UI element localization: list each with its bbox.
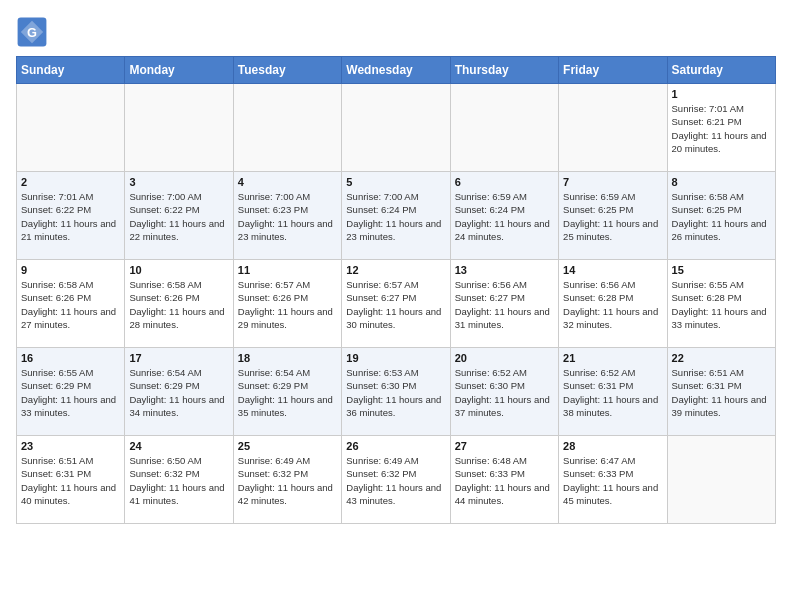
day-number: 26 <box>346 440 445 452</box>
calendar-cell: 5Sunrise: 7:00 AM Sunset: 6:24 PM Daylig… <box>342 172 450 260</box>
calendar-cell <box>342 84 450 172</box>
day-info: Sunrise: 6:55 AM Sunset: 6:28 PM Dayligh… <box>672 278 771 331</box>
day-info: Sunrise: 6:49 AM Sunset: 6:32 PM Dayligh… <box>346 454 445 507</box>
day-number: 15 <box>672 264 771 276</box>
calendar-cell <box>559 84 667 172</box>
calendar-cell: 19Sunrise: 6:53 AM Sunset: 6:30 PM Dayli… <box>342 348 450 436</box>
calendar-cell: 24Sunrise: 6:50 AM Sunset: 6:32 PM Dayli… <box>125 436 233 524</box>
day-info: Sunrise: 6:51 AM Sunset: 6:31 PM Dayligh… <box>21 454 120 507</box>
day-info: Sunrise: 6:57 AM Sunset: 6:26 PM Dayligh… <box>238 278 337 331</box>
calendar-cell <box>17 84 125 172</box>
day-info: Sunrise: 7:01 AM Sunset: 6:21 PM Dayligh… <box>672 102 771 155</box>
day-info: Sunrise: 6:52 AM Sunset: 6:31 PM Dayligh… <box>563 366 662 419</box>
calendar-cell <box>125 84 233 172</box>
day-info: Sunrise: 6:52 AM Sunset: 6:30 PM Dayligh… <box>455 366 554 419</box>
day-number: 12 <box>346 264 445 276</box>
calendar-cell: 12Sunrise: 6:57 AM Sunset: 6:27 PM Dayli… <box>342 260 450 348</box>
day-number: 20 <box>455 352 554 364</box>
day-number: 5 <box>346 176 445 188</box>
day-info: Sunrise: 6:57 AM Sunset: 6:27 PM Dayligh… <box>346 278 445 331</box>
day-info: Sunrise: 6:48 AM Sunset: 6:33 PM Dayligh… <box>455 454 554 507</box>
day-number: 13 <box>455 264 554 276</box>
calendar-cell: 20Sunrise: 6:52 AM Sunset: 6:30 PM Dayli… <box>450 348 558 436</box>
day-info: Sunrise: 6:55 AM Sunset: 6:29 PM Dayligh… <box>21 366 120 419</box>
calendar-cell <box>667 436 775 524</box>
calendar-cell: 23Sunrise: 6:51 AM Sunset: 6:31 PM Dayli… <box>17 436 125 524</box>
calendar-cell: 18Sunrise: 6:54 AM Sunset: 6:29 PM Dayli… <box>233 348 341 436</box>
day-info: Sunrise: 6:49 AM Sunset: 6:32 PM Dayligh… <box>238 454 337 507</box>
column-header-monday: Monday <box>125 57 233 84</box>
day-number: 4 <box>238 176 337 188</box>
day-number: 21 <box>563 352 662 364</box>
day-info: Sunrise: 6:58 AM Sunset: 6:25 PM Dayligh… <box>672 190 771 243</box>
column-header-friday: Friday <box>559 57 667 84</box>
day-number: 22 <box>672 352 771 364</box>
svg-text:G: G <box>27 25 37 40</box>
calendar-cell: 1Sunrise: 7:01 AM Sunset: 6:21 PM Daylig… <box>667 84 775 172</box>
day-number: 25 <box>238 440 337 452</box>
day-number: 14 <box>563 264 662 276</box>
calendar-cell: 4Sunrise: 7:00 AM Sunset: 6:23 PM Daylig… <box>233 172 341 260</box>
calendar-week-5: 23Sunrise: 6:51 AM Sunset: 6:31 PM Dayli… <box>17 436 776 524</box>
day-number: 23 <box>21 440 120 452</box>
day-info: Sunrise: 6:58 AM Sunset: 6:26 PM Dayligh… <box>21 278 120 331</box>
calendar-cell: 22Sunrise: 6:51 AM Sunset: 6:31 PM Dayli… <box>667 348 775 436</box>
day-number: 8 <box>672 176 771 188</box>
column-header-wednesday: Wednesday <box>342 57 450 84</box>
day-number: 3 <box>129 176 228 188</box>
day-info: Sunrise: 7:01 AM Sunset: 6:22 PM Dayligh… <box>21 190 120 243</box>
calendar-cell: 17Sunrise: 6:54 AM Sunset: 6:29 PM Dayli… <box>125 348 233 436</box>
day-info: Sunrise: 6:56 AM Sunset: 6:28 PM Dayligh… <box>563 278 662 331</box>
day-info: Sunrise: 7:00 AM Sunset: 6:24 PM Dayligh… <box>346 190 445 243</box>
day-info: Sunrise: 6:50 AM Sunset: 6:32 PM Dayligh… <box>129 454 228 507</box>
day-info: Sunrise: 6:54 AM Sunset: 6:29 PM Dayligh… <box>129 366 228 419</box>
calendar-table: SundayMondayTuesdayWednesdayThursdayFrid… <box>16 56 776 524</box>
calendar-cell: 10Sunrise: 6:58 AM Sunset: 6:26 PM Dayli… <box>125 260 233 348</box>
calendar-cell <box>450 84 558 172</box>
day-info: Sunrise: 6:53 AM Sunset: 6:30 PM Dayligh… <box>346 366 445 419</box>
day-info: Sunrise: 6:54 AM Sunset: 6:29 PM Dayligh… <box>238 366 337 419</box>
column-header-thursday: Thursday <box>450 57 558 84</box>
column-header-sunday: Sunday <box>17 57 125 84</box>
calendar-cell: 9Sunrise: 6:58 AM Sunset: 6:26 PM Daylig… <box>17 260 125 348</box>
calendar-cell: 6Sunrise: 6:59 AM Sunset: 6:24 PM Daylig… <box>450 172 558 260</box>
day-info: Sunrise: 6:56 AM Sunset: 6:27 PM Dayligh… <box>455 278 554 331</box>
day-info: Sunrise: 6:58 AM Sunset: 6:26 PM Dayligh… <box>129 278 228 331</box>
calendar-cell: 27Sunrise: 6:48 AM Sunset: 6:33 PM Dayli… <box>450 436 558 524</box>
column-header-saturday: Saturday <box>667 57 775 84</box>
day-info: Sunrise: 6:59 AM Sunset: 6:24 PM Dayligh… <box>455 190 554 243</box>
calendar-cell: 21Sunrise: 6:52 AM Sunset: 6:31 PM Dayli… <box>559 348 667 436</box>
day-number: 11 <box>238 264 337 276</box>
day-number: 16 <box>21 352 120 364</box>
day-number: 17 <box>129 352 228 364</box>
calendar-week-3: 9Sunrise: 6:58 AM Sunset: 6:26 PM Daylig… <box>17 260 776 348</box>
day-number: 27 <box>455 440 554 452</box>
calendar-cell: 14Sunrise: 6:56 AM Sunset: 6:28 PM Dayli… <box>559 260 667 348</box>
calendar-cell: 26Sunrise: 6:49 AM Sunset: 6:32 PM Dayli… <box>342 436 450 524</box>
calendar-cell: 11Sunrise: 6:57 AM Sunset: 6:26 PM Dayli… <box>233 260 341 348</box>
day-number: 18 <box>238 352 337 364</box>
calendar-cell: 8Sunrise: 6:58 AM Sunset: 6:25 PM Daylig… <box>667 172 775 260</box>
day-info: Sunrise: 6:47 AM Sunset: 6:33 PM Dayligh… <box>563 454 662 507</box>
day-number: 10 <box>129 264 228 276</box>
day-number: 6 <box>455 176 554 188</box>
calendar-cell: 25Sunrise: 6:49 AM Sunset: 6:32 PM Dayli… <box>233 436 341 524</box>
day-info: Sunrise: 7:00 AM Sunset: 6:22 PM Dayligh… <box>129 190 228 243</box>
calendar-week-4: 16Sunrise: 6:55 AM Sunset: 6:29 PM Dayli… <box>17 348 776 436</box>
calendar-cell: 13Sunrise: 6:56 AM Sunset: 6:27 PM Dayli… <box>450 260 558 348</box>
page-header: G <box>16 16 776 48</box>
day-number: 19 <box>346 352 445 364</box>
day-number: 28 <box>563 440 662 452</box>
day-number: 9 <box>21 264 120 276</box>
calendar-week-2: 2Sunrise: 7:01 AM Sunset: 6:22 PM Daylig… <box>17 172 776 260</box>
day-info: Sunrise: 6:59 AM Sunset: 6:25 PM Dayligh… <box>563 190 662 243</box>
calendar-cell: 16Sunrise: 6:55 AM Sunset: 6:29 PM Dayli… <box>17 348 125 436</box>
calendar-week-1: 1Sunrise: 7:01 AM Sunset: 6:21 PM Daylig… <box>17 84 776 172</box>
logo: G <box>16 16 52 48</box>
calendar-cell: 2Sunrise: 7:01 AM Sunset: 6:22 PM Daylig… <box>17 172 125 260</box>
calendar-cell: 7Sunrise: 6:59 AM Sunset: 6:25 PM Daylig… <box>559 172 667 260</box>
day-number: 24 <box>129 440 228 452</box>
calendar-cell: 3Sunrise: 7:00 AM Sunset: 6:22 PM Daylig… <box>125 172 233 260</box>
day-number: 1 <box>672 88 771 100</box>
calendar-header-row: SundayMondayTuesdayWednesdayThursdayFrid… <box>17 57 776 84</box>
